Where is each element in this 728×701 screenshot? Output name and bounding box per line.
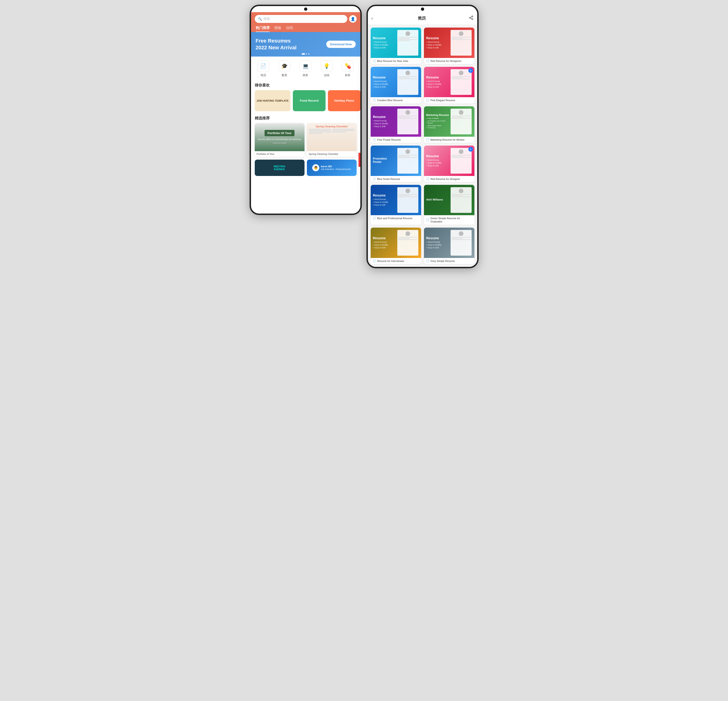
meeting-title2: AGENDA [274,168,285,170]
section-featured-title: 精选推荐 [251,114,360,123]
category-resume[interactable]: 📄 简历 [257,60,269,77]
rec-card-holiday[interactable]: Holiday Plans [328,90,360,111]
resume-card-blue-new[interactable]: Resume Word Format Easy to Modify Easy t… [371,27,421,64]
banner-dots [302,53,310,55]
rec-card-food-record[interactable]: Food Record [293,90,325,111]
doc-icon: 📄 [426,138,429,141]
resume-icon: 📄 [257,60,269,72]
featured-card-checklist[interactable]: Spring Cleaning Checklist [307,123,357,157]
thumb-creative-blue: Resume Word Format Easy to Modify Easy t… [371,67,421,97]
tab-hot[interactable]: 热门推荐 [256,26,270,32]
share-button[interactable] [469,16,474,21]
portfolio-title: Portfolio Of Tour [264,130,294,136]
meeting-card[interactable]: MEETING AGENDA [255,160,305,176]
category-education[interactable]: 🎓 教育 [279,60,290,77]
banner-title: Free Resumes 2022 New Arrival [256,38,296,51]
svg-line-4 [471,17,472,17]
thumb-green-graduate: AleX Williams [424,185,474,215]
rec-card-food-text: Food Record [298,97,321,105]
meeting-title: MEETING [274,165,285,168]
search-box[interactable]: 🔍 搜索 [255,15,347,23]
search-row: 🔍 搜索 👤 [255,15,357,23]
doc-icon: 📄 [373,216,376,220]
tab-stationery[interactable]: 信纸 [286,26,293,32]
rec-scroll: JOB HUNTING TEMPLATE Food Record Holiday… [251,90,360,114]
featured-card-portfolio[interactable]: Portfolio Of Tour Use this album to comm… [255,123,305,157]
top-bar: 🔍 搜索 👤 热门推荐 模板 信纸 [251,12,360,32]
aaron-avatar: 👨 [312,164,319,171]
user-icon[interactable]: 👤 [349,15,357,23]
resume-name-free-purple: Free Purple Resume [377,138,401,141]
rec-card-job-text: JOB HUNTING TEMPLATE [255,97,290,104]
resume-info-red-designer2: 📄 Red Resume for Designer [424,176,474,182]
search-icon: 🔍 [258,17,262,21]
category-stationery[interactable]: 💡 信纸 [321,60,332,77]
resume-info-red-designers: 📄 Red Resume for Designers [424,58,474,64]
resume-name-marketing: Marketing Resume for Worker [430,138,465,141]
resume-card-pink-elegant[interactable]: Resume Word Format Easy to Modify Easy t… [424,67,474,103]
doc-icon: 📄 [426,260,429,263]
resume-card-marketing[interactable]: Marketing Resume Fully Editable All Shap… [424,106,474,143]
resume-name-blue-new: Blue Resume for New Jobs [377,59,408,63]
thumb-blue-professional: Resume Word format Easy to modify Easy t… [371,185,421,215]
aaron-card[interactable]: 👨 Aaron WUJob Intention · Financial post… [307,160,357,176]
dot-2 [306,53,307,55]
doc-icon: 📄 [426,59,429,63]
resume-info-free-purple: 📄 Free Purple Resume [371,137,421,143]
search-placeholder: 搜索 [263,17,270,21]
resume-card-free-purple[interactable]: Resume Word Format Easy to Modify Easy t… [371,106,421,143]
resume-info-grey-simple: 📄 Grey Simple Resume [424,258,474,264]
category-business[interactable]: 💻 商务 [300,60,311,77]
resume-card-interviewee[interactable]: Resume Word Format Easy to Modify Easy t… [371,228,421,264]
resume-card-red-designer2[interactable]: Resume Word format Easy to modify Easy t… [424,146,474,182]
checklist-thumbnail: Spring Cleaning Checklist [307,123,357,151]
back-button[interactable]: ‹ [371,15,375,22]
left-phone: 🔍 搜索 👤 热门推荐 模板 信纸 Free Resumes 2022 New … [250,5,362,215]
right-phone-header: ‹ 简历 [368,12,477,25]
rec-card-holiday-text: Holiday Plans [332,97,356,105]
category-finance[interactable]: 💊 财务 [342,60,354,77]
resume-card-green-graduate[interactable]: AleX Williams 📄 Green Simple Resume for … [424,185,474,225]
resume-grid: Resume Word Format Easy to Modify Easy t… [368,25,477,267]
rec-card-job-hunting[interactable]: JOB HUNTING TEMPLATE [255,90,290,111]
resume-card-blue-smart[interactable]: Promotion Poster 📄 Blue Smart Resume [371,146,421,182]
resume-card-blue-professional[interactable]: Resume Word format Easy to modify Easy t… [371,185,421,225]
tab-template[interactable]: 模板 [274,26,282,32]
thumb-red-designer: Resume Word format Easy to Modify Easy t… [424,27,474,58]
doc-icon: 📄 [373,99,376,102]
checklist-lines [309,129,355,134]
resume-info-marketing: 📄 Marketing Resume for Worker [424,137,474,143]
section-guess-title: 猜你喜欢 [251,81,360,90]
resume-card-grey-simple[interactable]: Resume Word Format Easy to Modify Easy t… [424,228,474,264]
doc-icon: 📄 [426,177,429,180]
thumb-purple-free: Resume Word Format Easy to Modify Easy t… [371,106,421,137]
resume-info-pink-elegant: 📄 Pink Elegant Resume [424,97,474,103]
doc-icon: 📄 [426,218,429,222]
aaron-text: Aaron WUJob Intention · Financial posts [321,165,351,170]
thumb-grey-simple: Resume Word Format Easy to Modify Easy t… [424,228,474,258]
resume-card-red-designers[interactable]: Resume Word format Easy to Modify Easy t… [424,27,474,64]
category-label-education: 教育 [282,74,287,77]
thumb-red-designer2: Resume Word format Easy to modify Easy t… [424,146,474,176]
thumb-interviewee: Resume Word Format Easy to Modify Easy t… [371,228,421,258]
business-icon: 💻 [300,60,311,72]
resume-info-blue-professional: 📄 Blue and Professional Resume [371,215,421,221]
resume-name-green-graduate: Green Simple Resume for Graduates [430,216,472,224]
download-now-button[interactable]: Download Now [326,41,355,48]
resume-name-red-designers: Red Resume for Designers [430,59,462,63]
resume-name-pink-elegant: Pink Elegant Resume [430,99,455,102]
dot-1 [302,53,305,55]
featured-grid: Portfolio Of Tour Use this album to comm… [251,123,360,160]
resume-card-creative-blue[interactable]: Resume Word Format Easy to Modify Easy t… [371,67,421,103]
doc-icon: 📄 [373,138,376,141]
portfolio-label: Portfolio of Tour [255,151,305,157]
thumb-pink-elegant: Resume Word Format Easy to Modify Easy t… [424,67,474,97]
thumb-promotion-blue: Promotion Poster [371,146,421,176]
portfolio-thumbnail: Portfolio Of Tour Use this album to comm… [255,123,305,151]
resume-name-red-designer2: Red Resume for Designer [430,177,460,180]
resume-name-creative-blue: Creative Blue Resume [377,99,403,102]
bottom-cards: MEETING AGENDA 👨 Aaron WUJob Intention ·… [251,160,360,179]
resume-name-grey-simple: Grey Simple Resume [430,260,455,263]
resume-name-interviewee: Resume for Interviewee [377,260,404,263]
resume-info-green-graduate: 📄 Green Simple Resume for Graduates [424,215,474,225]
